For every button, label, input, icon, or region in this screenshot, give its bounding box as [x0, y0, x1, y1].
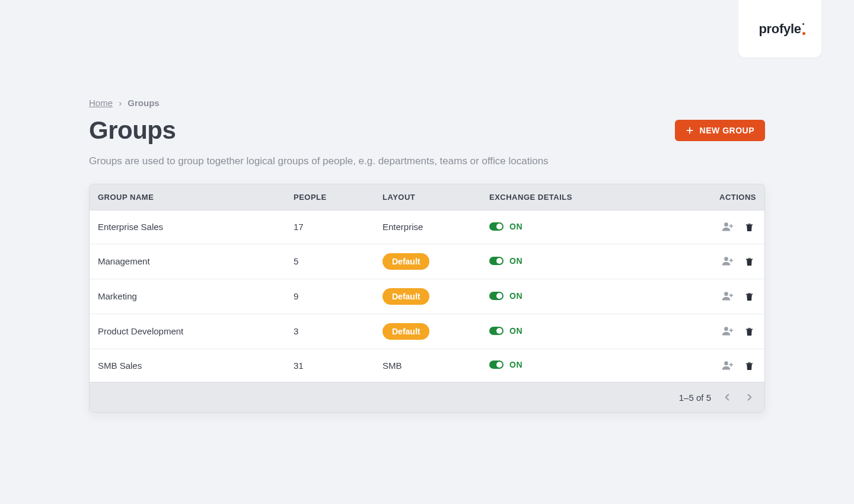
toggle-switch-icon — [489, 257, 504, 265]
cell-group-name[interactable]: Marketing — [90, 279, 285, 314]
cell-layout: Default — [374, 279, 481, 314]
groups-table-card: GROUP NAME PEOPLE LAYOUT EXCHANGE DETAIL… — [89, 184, 765, 413]
table-row: Marketing9DefaultON — [90, 279, 764, 314]
toggle-switch-icon — [489, 222, 504, 231]
person-add-icon — [722, 359, 734, 371]
cell-group-name[interactable]: Enterprise Sales — [90, 210, 285, 244]
toggle-switch-icon — [489, 327, 504, 335]
cell-group-name[interactable]: Management — [90, 244, 285, 279]
cell-actions — [699, 244, 764, 279]
toggle-label: ON — [509, 360, 522, 369]
table-row: SMB Sales31SMBON — [90, 349, 764, 382]
table-header-layout: LAYOUT — [374, 184, 481, 210]
brand-logo: profyle — [759, 21, 801, 37]
delete-button[interactable] — [742, 359, 756, 373]
add-person-button[interactable] — [721, 358, 735, 372]
cell-layout: Default — [374, 244, 481, 279]
layout-name: Enterprise — [383, 222, 423, 232]
toggle-label: ON — [509, 326, 522, 336]
person-add-icon — [722, 325, 734, 337]
cell-people-count: 3 — [285, 314, 374, 349]
exchange-toggle[interactable]: ON — [489, 222, 522, 231]
svg-point-5 — [724, 257, 728, 261]
svg-point-11 — [724, 327, 728, 331]
cell-actions — [699, 279, 764, 314]
cell-people-count: 5 — [285, 244, 374, 279]
breadcrumb-current: Groups — [128, 98, 159, 108]
cell-exchange: ON — [481, 244, 699, 279]
logo-dot-icon — [802, 32, 805, 35]
cell-exchange: ON — [481, 279, 699, 314]
table-header-exchange: EXCHANGE DETAILS — [481, 184, 699, 210]
add-person-button[interactable] — [721, 219, 735, 234]
person-add-icon — [722, 290, 734, 302]
plus-icon — [686, 126, 694, 135]
page-subtitle: Groups are used to group together logica… — [89, 155, 765, 167]
trash-icon — [744, 222, 754, 232]
trash-icon — [744, 327, 754, 337]
exchange-toggle[interactable]: ON — [489, 326, 522, 336]
page-title: Groups — [89, 116, 176, 145]
delete-button[interactable] — [742, 254, 756, 269]
default-pill: Default — [383, 253, 429, 270]
pagination-next-button[interactable] — [743, 391, 756, 404]
table-header-actions: ACTIONS — [699, 184, 764, 210]
table-header-name: GROUP NAME — [90, 184, 285, 210]
person-add-icon — [722, 221, 734, 232]
breadcrumb-home-link[interactable]: Home — [89, 98, 113, 108]
layout-name: SMB — [383, 361, 402, 371]
pagination-bar: 1–5 of 5 — [90, 382, 764, 412]
page-header-row: Groups NEW GROUP — [89, 116, 765, 145]
cell-people-count: 31 — [285, 349, 374, 382]
add-person-button[interactable] — [721, 324, 735, 338]
logo-dot-icon — [802, 23, 804, 25]
cell-actions — [699, 210, 764, 244]
toggle-label: ON — [509, 256, 522, 266]
default-pill: Default — [383, 288, 429, 305]
trash-icon — [744, 257, 754, 267]
cell-exchange: ON — [481, 314, 699, 349]
svg-point-2 — [724, 222, 728, 227]
exchange-toggle[interactable]: ON — [489, 256, 522, 266]
exchange-toggle[interactable]: ON — [489, 360, 522, 369]
table-row: Enterprise Sales17EnterpriseON — [90, 210, 764, 244]
person-add-icon — [722, 255, 734, 267]
exchange-toggle[interactable]: ON — [489, 291, 522, 301]
table-row: Management5DefaultON — [90, 244, 764, 279]
delete-button[interactable] — [742, 289, 756, 304]
brand-logo-card: profyle — [738, 0, 821, 58]
chevron-left-icon — [722, 392, 732, 403]
default-pill: Default — [383, 323, 429, 340]
cell-people-count: 17 — [285, 210, 374, 244]
cell-actions — [699, 314, 764, 349]
table-header-people: PEOPLE — [285, 184, 374, 210]
toggle-switch-icon — [489, 292, 504, 300]
groups-table: GROUP NAME PEOPLE LAYOUT EXCHANGE DETAIL… — [90, 184, 764, 382]
breadcrumb: Home › Groups — [89, 98, 765, 108]
cell-layout: SMB — [374, 349, 481, 382]
cell-people-count: 9 — [285, 279, 374, 314]
new-group-button[interactable]: NEW GROUP — [675, 120, 765, 141]
cell-group-name[interactable]: SMB Sales — [90, 349, 285, 382]
cell-layout: Default — [374, 314, 481, 349]
trash-icon — [744, 361, 754, 371]
delete-button[interactable] — [742, 221, 756, 235]
page-container: Home › Groups Groups NEW GROUP Groups ar… — [89, 0, 765, 413]
toggle-label: ON — [509, 291, 522, 301]
trash-icon — [744, 292, 754, 302]
table-row: Product Development3DefaultON — [90, 314, 764, 349]
svg-point-14 — [724, 361, 728, 365]
add-person-button[interactable] — [721, 289, 735, 303]
new-group-label: NEW GROUP — [700, 126, 754, 135]
add-person-button[interactable] — [721, 254, 735, 268]
cell-exchange: ON — [481, 210, 699, 244]
toggle-switch-icon — [489, 361, 504, 369]
toggle-label: ON — [509, 222, 522, 231]
cell-group-name[interactable]: Product Development — [90, 314, 285, 349]
cell-exchange: ON — [481, 349, 699, 382]
delete-button[interactable] — [742, 324, 756, 339]
pagination-label: 1–5 of 5 — [679, 393, 711, 403]
pagination-prev-button[interactable] — [721, 391, 734, 404]
brand-name: profyle — [759, 21, 801, 36]
cell-layout: Enterprise — [374, 210, 481, 244]
